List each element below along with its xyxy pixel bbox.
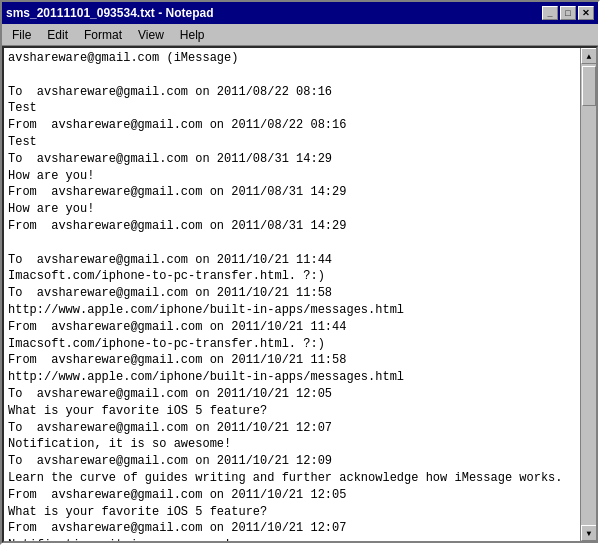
menu-file[interactable]: File (4, 26, 39, 44)
notepad-window: sms_20111101_093534.txt - Notepad _ □ ✕ … (0, 0, 600, 545)
menu-format[interactable]: Format (76, 26, 130, 44)
menu-bar: File Edit Format View Help (2, 24, 598, 46)
scroll-up-button[interactable]: ▲ (581, 48, 597, 64)
maximize-button[interactable]: □ (560, 6, 576, 20)
title-bar: sms_20111101_093534.txt - Notepad _ □ ✕ (2, 2, 598, 24)
window-controls: _ □ ✕ (542, 6, 594, 20)
scroll-track[interactable] (581, 64, 596, 525)
menu-edit[interactable]: Edit (39, 26, 76, 44)
scroll-down-button[interactable]: ▼ (581, 525, 597, 541)
scrollbar: ▲ ▼ (580, 48, 596, 541)
close-button[interactable]: ✕ (578, 6, 594, 20)
scroll-thumb[interactable] (582, 66, 596, 106)
menu-view[interactable]: View (130, 26, 172, 44)
content-area: avshareware@gmail.com (iMessage) To avsh… (2, 46, 598, 543)
window-title: sms_20111101_093534.txt - Notepad (6, 6, 542, 20)
minimize-button[interactable]: _ (542, 6, 558, 20)
menu-help[interactable]: Help (172, 26, 213, 44)
text-editor[interactable]: avshareware@gmail.com (iMessage) To avsh… (4, 48, 580, 541)
